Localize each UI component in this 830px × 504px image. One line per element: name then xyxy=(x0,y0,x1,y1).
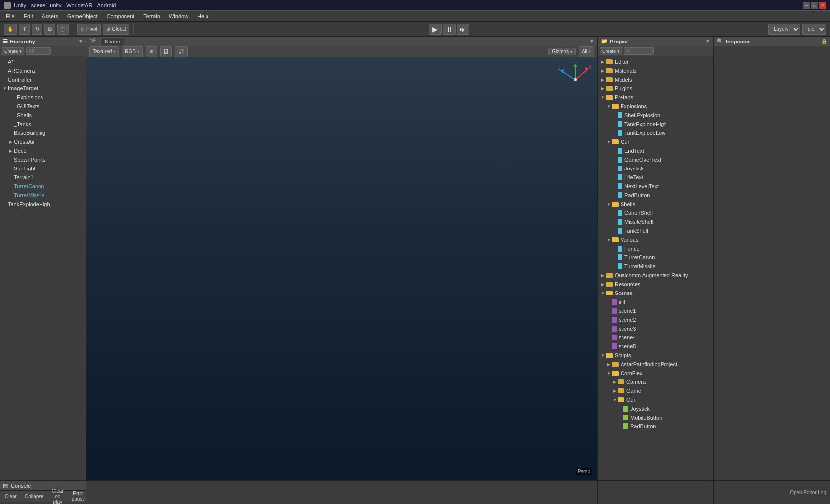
account-dropdown[interactable]: qle xyxy=(802,24,826,35)
list-item[interactable]: _Explosions xyxy=(0,93,86,102)
list-item[interactable]: TurretMissile xyxy=(0,191,86,200)
list-item[interactable]: ▶ Materials xyxy=(598,66,713,75)
list-item[interactable]: ▼ Explosions xyxy=(598,102,713,111)
list-item[interactable]: ▼ ImageTarget xyxy=(0,84,86,93)
list-item[interactable]: ▼ Shells xyxy=(598,200,713,209)
console-error-pause[interactable]: Error pause xyxy=(69,490,88,502)
list-item[interactable]: ▶ Camera xyxy=(598,378,713,386)
project-create[interactable]: Create ▾ xyxy=(600,47,622,55)
list-item[interactable]: ▶ MissileShell xyxy=(598,217,713,226)
display-mode-dropdown[interactable]: Textured ▾ xyxy=(89,46,119,57)
pause-button[interactable]: ⏸ xyxy=(443,24,456,35)
gizmos-dropdown[interactable]: Gizmos ▾ xyxy=(548,48,576,55)
close-button[interactable]: ✕ xyxy=(819,2,826,9)
list-item[interactable]: ▶ TurretMissile xyxy=(598,262,713,271)
scene-view[interactable]: 🔊 🔊 xyxy=(86,57,597,480)
hierarchy-collapse[interactable]: ▼ xyxy=(78,39,83,44)
color-mode-dropdown[interactable]: RGB ▾ xyxy=(122,46,143,57)
list-item[interactable]: ▶ GameOverText xyxy=(598,155,713,164)
list-item[interactable]: ▼ Prefabs xyxy=(598,93,713,102)
list-item[interactable]: SunLight xyxy=(0,164,86,173)
scale-tool[interactable]: ⊞ xyxy=(44,24,55,35)
menu-edit[interactable]: Edit xyxy=(20,12,37,20)
list-item[interactable]: TankExplodeHigh xyxy=(0,200,86,209)
scene-options-btn[interactable]: ☀ xyxy=(146,46,157,57)
list-item[interactable]: ▶ Joystick xyxy=(598,404,713,413)
list-item[interactable]: ▶ Qualcomm Augmented Reality xyxy=(598,271,713,280)
hierarchy-search[interactable] xyxy=(26,47,51,55)
rect-tool[interactable]: ⬚ xyxy=(57,24,69,35)
list-item[interactable]: ▶ CanonShell xyxy=(598,209,713,217)
layers-dropdown[interactable]: Layers xyxy=(768,24,800,35)
list-item[interactable]: ▶ scene4 xyxy=(598,333,713,342)
list-item[interactable]: ▶ MobileButton xyxy=(598,413,713,422)
list-item[interactable]: ▶ scene5 xyxy=(598,342,713,351)
list-item[interactable]: _GUITexts xyxy=(0,102,86,111)
list-item[interactable]: ▶ LifeText xyxy=(598,173,713,182)
step-button[interactable]: ⏭ xyxy=(456,24,469,35)
list-item[interactable]: ▶ Resources xyxy=(598,280,713,289)
list-item[interactable]: ▶ NextLevelText xyxy=(598,182,713,191)
console-collapse[interactable]: Collapse xyxy=(22,493,47,500)
list-item[interactable]: ▶ PadButton xyxy=(598,422,713,431)
gizmos-all-dropdown[interactable]: All ▾ xyxy=(579,46,594,57)
list-item[interactable]: ARCamera xyxy=(0,66,86,75)
rotate-tool[interactable]: ↻ xyxy=(32,24,42,35)
project-search[interactable] xyxy=(624,47,654,55)
console-clear-on-play[interactable]: Clear on play xyxy=(49,488,67,504)
scene-tab[interactable]: Scene xyxy=(100,37,124,45)
list-item[interactable]: ▶ Models xyxy=(598,75,713,84)
list-item[interactable]: ▶ TurretCanon xyxy=(598,253,713,262)
menu-file[interactable]: File xyxy=(2,12,19,20)
menu-terrain[interactable]: Terrain xyxy=(139,12,164,20)
list-item[interactable]: ▶ init xyxy=(598,297,713,306)
pivot-button[interactable]: ◎ Pivot xyxy=(77,24,101,35)
list-item[interactable]: ▶ scene3 xyxy=(598,324,713,333)
menu-gameobject[interactable]: GameObject xyxy=(63,12,102,20)
list-item[interactable]: ▶ Deco xyxy=(0,146,86,155)
maximize-button[interactable]: □ xyxy=(811,2,818,9)
menu-help[interactable]: Help xyxy=(193,12,212,20)
menu-window[interactable]: Window xyxy=(165,12,192,20)
list-item[interactable]: Terrain1 xyxy=(0,173,86,182)
list-item[interactable]: ▶ Editor xyxy=(598,57,713,66)
move-tool[interactable]: ✛ xyxy=(19,24,30,35)
scene-panel-collapse[interactable]: ▼ xyxy=(589,39,594,44)
project-collapse[interactable]: ▼ xyxy=(706,39,710,44)
list-item[interactable]: TurretCanon xyxy=(0,182,86,191)
list-item[interactable]: ▼ Scripts xyxy=(598,351,713,360)
hierarchy-create[interactable]: Create ▾ xyxy=(2,47,24,55)
list-item[interactable]: ▶ EndText xyxy=(598,146,713,155)
list-item[interactable]: ▼ Gui xyxy=(598,137,713,146)
list-item[interactable]: _Shells xyxy=(0,111,86,120)
scene-fx-btn[interactable]: 🖼 xyxy=(160,46,172,57)
list-item[interactable]: ▶ CrossAir xyxy=(0,137,86,146)
list-item[interactable]: Controller xyxy=(0,75,86,84)
list-item[interactable]: ▶ Game xyxy=(598,386,713,395)
list-item[interactable]: ▼ Scenes xyxy=(598,289,713,297)
global-button[interactable]: ⊕ Global xyxy=(103,24,129,35)
list-item[interactable]: ▶ PadButton xyxy=(598,191,713,200)
list-item[interactable]: ▶ scene2 xyxy=(598,315,713,324)
list-item[interactable]: ▶ TankExplodeHigh xyxy=(598,120,713,128)
list-item[interactable]: ▼ Various xyxy=(598,235,713,244)
list-item[interactable]: ▶ ShellExplosion xyxy=(598,111,713,120)
console-clear[interactable]: Clear xyxy=(2,493,20,500)
list-item[interactable]: ▶ Fence xyxy=(598,244,713,253)
list-item[interactable]: ▶ scene1 xyxy=(598,306,713,315)
list-item[interactable]: ▶ AstarPathfindingProject xyxy=(598,360,713,369)
open-editor-log[interactable]: Open Editor Log xyxy=(790,490,826,495)
menu-assets[interactable]: Assets xyxy=(38,12,62,20)
list-item[interactable]: _Tanks xyxy=(0,120,86,128)
list-item[interactable]: ▼ Gui xyxy=(598,395,713,404)
minimize-button[interactable]: ─ xyxy=(803,2,810,9)
list-item[interactable]: A* xyxy=(0,57,86,66)
list-item[interactable]: ▼ CornFlex xyxy=(598,369,713,378)
list-item[interactable]: ▶ Plugins xyxy=(598,84,713,93)
list-item[interactable]: SpawnPoints xyxy=(0,155,86,164)
hand-tool[interactable]: ✋ xyxy=(4,24,17,35)
scene-audio-btn[interactable]: 🔊 xyxy=(175,46,188,57)
play-button[interactable]: ▶ xyxy=(429,24,442,35)
list-item[interactable]: ▶ TankExplodeLow xyxy=(598,128,713,137)
list-item[interactable]: ▶ Joystick xyxy=(598,164,713,173)
